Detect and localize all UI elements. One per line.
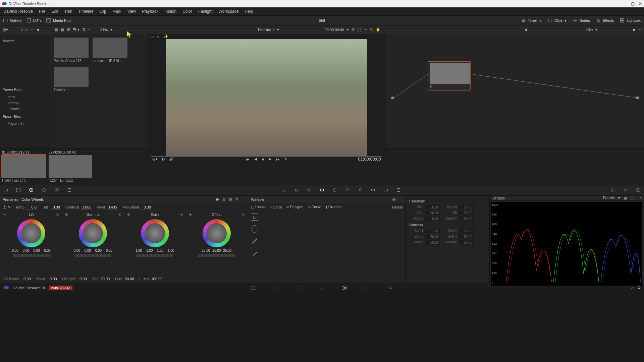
wheel-mode3-icon[interactable]: ⊞ [229,197,232,201]
lightbox-button[interactable]: Lightbox [620,18,641,23]
view-grid-icon[interactable]: ▦ [61,27,64,32]
contrast-value[interactable]: 1.000 [80,205,92,209]
tracker-icon[interactable] [332,188,337,193]
scopes-icon[interactable] [623,188,628,193]
effects-button[interactable]: Effects [596,18,614,23]
viewer-canvas[interactable] [148,39,386,156]
wheel-mode1-icon[interactable]: ◉ [216,197,219,201]
wheel-value[interactable]: 25.00 [212,249,221,252]
node-graph[interactable]: 01 [386,34,644,148]
magic-mask-icon[interactable] [345,188,350,193]
smart-bins-header[interactable]: Smart Bins [3,115,47,119]
camera-raw-icon[interactable] [3,188,8,193]
tf-value[interactable]: 50.00 [459,211,474,215]
hilight-value[interactable]: 0.00 [76,277,88,281]
menu-help[interactable]: Help [245,9,253,14]
shape-curve[interactable] [251,237,403,245]
reset-icon[interactable]: ⟲ [180,213,183,217]
pointer-icon[interactable]: ↖ [370,27,373,32]
page-cut-icon[interactable] [273,285,279,291]
power-bins-header[interactable]: Power Bins [3,88,47,92]
close-button[interactable]: ✕ [639,1,642,6]
motion-icon[interactable] [67,188,72,193]
tool-linear[interactable]: ▢ Linear [251,205,266,209]
curves-icon[interactable] [281,188,286,193]
home-icon[interactable]: ⌂ [631,286,633,290]
hue-value[interactable]: 50.00 [123,277,135,281]
wipe-icon[interactable]: ◐ [162,157,165,161]
wheel-value[interactable]: 1.00 [145,249,154,252]
panel-options-icon[interactable]: ⋯ [399,197,403,201]
wheel-value[interactable]: 0.00 [21,249,30,252]
shape-pen[interactable] [251,249,403,257]
stop-icon[interactable]: ■ [262,157,264,161]
tf-value[interactable]: 50.00 [425,235,440,239]
scope-expand-icon[interactable]: ⛶ [630,196,634,200]
blur-icon[interactable] [358,188,363,193]
jog-wheel[interactable] [13,254,50,257]
step-back-icon[interactable]: ◀ [254,157,257,161]
menu-view[interactable]: View [127,9,136,14]
pivot-value[interactable]: 0.435 [106,205,118,209]
tf-value[interactable]: 50.00 [459,240,474,245]
jog-wheel[interactable] [137,254,173,257]
temp-value[interactable]: 0.0 [26,205,37,209]
tint-value[interactable]: 0.00 [49,205,61,209]
warper-icon[interactable] [294,188,299,193]
bin-keywords[interactable]: Keywords [3,121,47,127]
keyframe-icon[interactable] [610,188,615,193]
tool-curve[interactable]: ∿ Curve [307,205,321,209]
color-wheel[interactable] [17,219,45,247]
menu-workspace[interactable]: Workspace [219,9,239,14]
chevron-down-icon[interactable]: ▾ [618,196,620,200]
menu-file[interactable]: File [39,9,45,14]
auto-balance-icon[interactable]: Ⓐ [3,205,6,210]
page-fusion-icon[interactable] [319,285,325,291]
goto-first-icon[interactable]: ⏮ [246,157,250,161]
chevron-down-icon[interactable]: ▾ [347,27,349,32]
scope-layout-icon[interactable]: ▦ [624,196,627,200]
reset-icon[interactable]: ⟲ [56,213,59,217]
tf-value[interactable]: 50.00 [425,205,440,209]
viewer-timecode[interactable]: 00:00:00:00 [325,28,344,32]
wheel-value[interactable]: 1.00 [156,249,165,252]
loop-icon[interactable]: ↻ [284,157,287,161]
bin-intro[interactable]: Intro [3,94,47,100]
info-icon[interactable]: i [636,188,641,193]
page-deliver-icon[interactable] [387,285,393,291]
color-wheel[interactable] [141,219,169,247]
tf-value[interactable]: 2.07 [425,229,440,233]
picker-icon[interactable]: ⊹ [3,213,6,217]
node-options-icon[interactable]: ⋯ [638,27,641,32]
settings-icon[interactable]: ⚙ [637,286,641,290]
lmix-value[interactable]: 100.00 [151,277,163,281]
page-media-icon[interactable] [251,285,257,291]
nav-next-icon[interactable]: ▶ [25,27,28,32]
tf-value[interactable]: 100.00 [459,217,474,221]
timeline-clip[interactable]: 01 00:00:13:19 V1 H.264 High L4.0 [2,150,46,182]
page-color-icon[interactable] [342,285,348,291]
page-fairlight-icon[interactable] [365,285,371,291]
menu-fairlight[interactable]: Fairlight [198,9,213,14]
clip-thumb[interactable]: Pexels Videos 278... [54,38,89,63]
wheel-gain[interactable]: ⊹Gain⟲ 1.001.001.001.00 [126,213,184,275]
nav-prev-icon[interactable]: ◀ [20,27,23,32]
clip-thumb[interactable]: production ID 519... [93,38,127,63]
tf-value[interactable]: 0.00 [425,217,440,221]
mute-icon[interactable]: 🔊 [169,157,174,161]
sort-icon[interactable]: ⇅ [82,27,85,32]
page-edit-icon[interactable] [296,285,302,291]
wheel-value[interactable]: 0.00 [11,249,19,252]
key-icon[interactable] [371,188,375,193]
magic-wand-icon[interactable]: ✨ [164,34,168,39]
tf-value[interactable]: 50.00 [425,211,440,215]
reset-icon[interactable]: ⟲ [118,213,121,217]
wheel-value[interactable]: 0.00 [72,249,81,252]
tool-polygon[interactable]: ▱ Polygon [286,205,303,209]
menu-mark[interactable]: Mark [112,9,121,14]
picker-icon[interactable]: ⊹ [189,213,192,217]
wheel-offset[interactable]: ⊹Offset⟲ 25.0025.0025.00 [187,213,246,275]
menu-davinci[interactable]: DaVinci Resolve [3,9,33,14]
panel-reset-icon[interactable]: ⟲ [235,197,238,201]
tool-circle[interactable]: ○ Circle [270,205,282,209]
